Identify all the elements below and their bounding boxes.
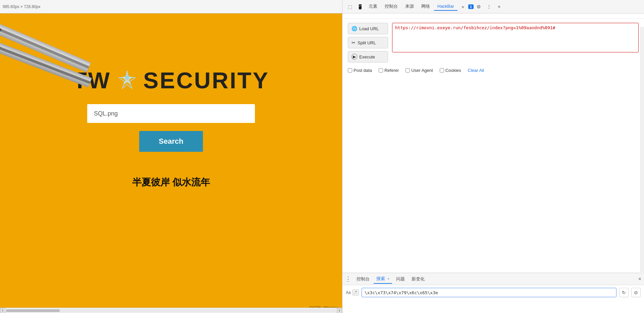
url-textarea-container: https://<span class="url-underline">rimo… (392, 23, 639, 62)
load-url-icon: 🌐 (352, 26, 357, 31)
search-clear-btn[interactable]: ⊘ (631, 288, 641, 297)
tab-network[interactable]: 网络 (418, 2, 433, 11)
tab-sources[interactable]: 来源 (402, 2, 417, 11)
devtools-more-btn[interactable]: ⋮ (484, 2, 494, 11)
checkboxes-row: Post data Referer User Agent Cookies Cle… (348, 68, 639, 73)
search-refresh-btn[interactable]: ↻ (619, 288, 629, 297)
devtools-close-btn[interactable]: × (494, 2, 504, 11)
bottom-tab-search[interactable]: 搜索 × (374, 274, 392, 284)
page-subtitle: 半夏彼岸 似水流年 (132, 176, 210, 189)
more-tabs-btn[interactable]: » (458, 2, 468, 11)
search-button[interactable]: Search (139, 131, 203, 152)
cookies-checkbox[interactable] (440, 68, 444, 73)
bottom-panel-close-btn[interactable]: × (638, 276, 641, 282)
close-search-tab-btn[interactable]: × (387, 277, 389, 281)
url-textarea[interactable]: https://<span class="url-underline">rimo… (392, 23, 639, 52)
regex-btn[interactable]: .* (352, 289, 359, 296)
scrollbar-track (6, 309, 336, 312)
bottom-tab-console[interactable]: 控制台 (354, 275, 372, 283)
search-container (87, 104, 255, 123)
referer-checkbox-label[interactable]: Referer (379, 68, 399, 73)
bottom-tab-changes[interactable]: 新变化 (409, 275, 427, 283)
post-data-checkbox[interactable] (348, 68, 352, 73)
webpage-panel: TW SECURITY Search 半夏彼岸 似水流年 CSDN @beirr… (0, 13, 342, 313)
hackbar-actions-row: 🌐 Load URL ✂ Split URL ▶ Execute (348, 23, 639, 62)
title-right: SECURITY (143, 67, 269, 93)
devtools-scrollbar[interactable] (640, 27, 644, 274)
search-input[interactable] (87, 104, 255, 123)
site-title: TW SECURITY (73, 67, 269, 93)
dimension-display: 985.60px × 728.80px (3, 4, 40, 9)
load-url-button[interactable]: 🌐 Load URL (348, 23, 388, 34)
tab-elements[interactable]: 元素 (365, 2, 381, 11)
search-options: Aa .* (346, 289, 359, 296)
bottom-tab-issues[interactable]: 问题 (393, 275, 408, 283)
pencils-decoration (0, 13, 87, 148)
scrollbar-thumb[interactable] (6, 309, 60, 312)
devtools-search-row: Aa .* ↻ ⊘ (342, 285, 644, 300)
match-case-label: Aa (346, 290, 351, 295)
split-url-icon: ✂ (352, 40, 356, 45)
devtools-badge: 1 (468, 4, 474, 9)
cookies-checkbox-label[interactable]: Cookies (440, 68, 461, 73)
split-url-button[interactable]: ✂ Split URL (348, 37, 388, 48)
devtools-search-input[interactable] (362, 288, 616, 297)
tab-hackbar[interactable]: HackBar (434, 2, 458, 11)
user-agent-checkbox[interactable] (406, 68, 410, 73)
execute-button[interactable]: ▶ Execute (348, 51, 388, 62)
user-agent-checkbox-label[interactable]: User Agent (406, 68, 433, 73)
devtools-panel: 🌐 Load URL ✂ Split URL ▶ Execute (342, 13, 644, 313)
execute-icon: ▶ (352, 54, 357, 60)
clear-all-link[interactable]: Clear All (468, 68, 484, 73)
devtools-bottom-panel: ⋮ 控制台 搜索 × 问题 新变化 × Aa .* ↻ ⊘ (342, 273, 644, 313)
scroll-right-btn[interactable]: › (337, 308, 342, 313)
scroll-left-btn[interactable]: ‹ (0, 308, 5, 313)
devtools-cursor-btn[interactable]: ⬚ (345, 2, 355, 11)
hackbar-content: 🌐 Load URL ✂ Split URL ▶ Execute (342, 19, 644, 273)
post-data-checkbox-label[interactable]: Post data (348, 68, 372, 73)
referer-checkbox[interactable] (379, 68, 383, 73)
star-logo-icon (116, 70, 138, 91)
tab-console[interactable]: 控制台 (381, 2, 401, 11)
devtools-device-btn[interactable]: 📱 (355, 2, 365, 11)
hackbar-buttons: 🌐 Load URL ✂ Split URL ▶ Execute (348, 23, 388, 62)
bottom-tabs-bar: ⋮ 控制台 搜索 × 问题 新变化 × (342, 273, 644, 285)
three-dot-menu[interactable]: ⋮ (345, 275, 351, 283)
devtools-settings-btn[interactable]: ⚙ (474, 2, 484, 11)
